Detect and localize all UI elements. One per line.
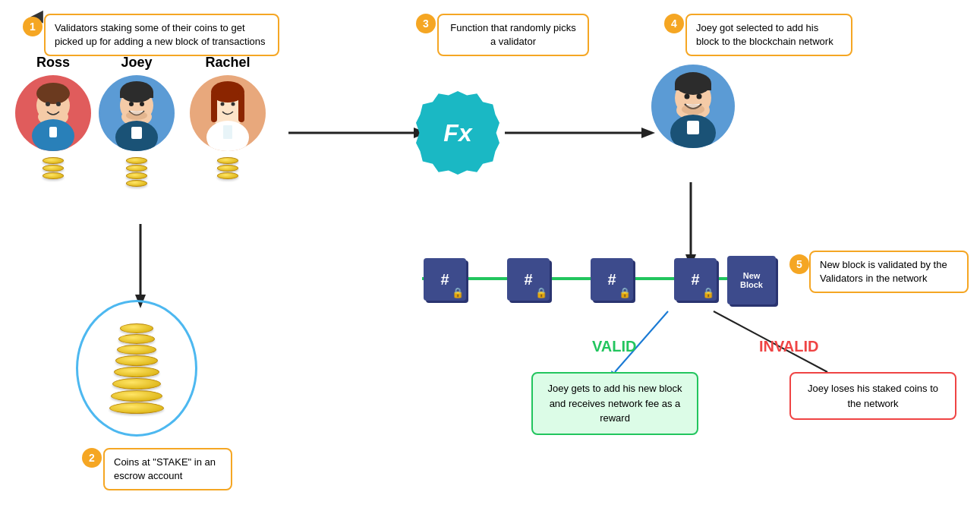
ross-avatar — [15, 75, 91, 151]
new-block: New Block — [727, 256, 776, 304]
rachel-avatar-container: Rachel — [190, 55, 266, 179]
step-1-badge: 1 — [23, 17, 43, 36]
svg-rect-35 — [211, 92, 217, 122]
step-4-badge: 4 — [664, 14, 684, 33]
svg-rect-40 — [223, 125, 232, 139]
rachel-coins — [217, 157, 238, 179]
valid-outcome-box: Joey gets to add his new block and recei… — [531, 372, 698, 435]
rachel-avatar — [190, 75, 266, 151]
joey-avatar — [99, 75, 175, 151]
block-2: # 🔒 — [507, 258, 550, 301]
svg-point-16 — [36, 83, 70, 104]
joey-coins — [126, 157, 147, 187]
svg-point-17 — [46, 102, 50, 106]
step-3-badge: 3 — [416, 14, 436, 33]
ross-avatar-container: Ross — [15, 55, 91, 179]
selected-joey-avatar — [651, 65, 735, 148]
svg-point-28 — [126, 111, 147, 120]
fx-badge: Fx — [416, 91, 499, 175]
block-4: # 🔒 — [674, 258, 717, 301]
step-4-callout: Joey got selected to add his block to th… — [685, 14, 852, 56]
ross-coins — [43, 157, 64, 179]
staked-coins-circle — [76, 300, 197, 437]
invalid-label: INVALID — [759, 338, 819, 355]
block-3: # 🔒 — [591, 258, 633, 301]
staked-coins-stack — [109, 323, 164, 414]
block-1: # 🔒 — [424, 258, 466, 301]
joey-avatar-container: Joey — [99, 55, 175, 187]
step-5-badge: 5 — [789, 254, 809, 274]
svg-rect-30 — [131, 127, 142, 139]
rachel-label: Rachel — [205, 55, 250, 71]
svg-rect-20 — [49, 127, 57, 137]
main-canvas: 1 Validators staking some of their coins… — [0, 0, 980, 514]
svg-rect-36 — [238, 92, 244, 122]
svg-point-37 — [221, 102, 225, 106]
svg-rect-25 — [120, 92, 153, 98]
step-5-callout: New block is validated by the Validators… — [809, 251, 969, 293]
svg-point-38 — [232, 102, 235, 106]
valid-label: VALID — [592, 338, 637, 355]
svg-point-47 — [697, 94, 702, 99]
step-2-callout: Coins at "STAKE" in an escrow account — [103, 448, 232, 490]
step-1-callout: Validators staking some of their coins t… — [44, 14, 279, 56]
svg-point-46 — [685, 94, 690, 99]
svg-point-27 — [140, 102, 144, 106]
joey-label: Joey — [121, 55, 152, 71]
step-2-badge: 2 — [82, 448, 102, 468]
selected-joey-avatar-container — [651, 65, 735, 148]
svg-point-48 — [682, 104, 704, 115]
svg-rect-45 — [675, 84, 711, 90]
svg-point-18 — [56, 102, 61, 106]
svg-point-26 — [129, 102, 134, 106]
step-3-callout: Function that randomly picks a validator — [437, 14, 589, 56]
ross-label: Ross — [36, 55, 70, 71]
svg-rect-50 — [687, 121, 699, 134]
invalid-outcome-box: Joey loses his staked coins to the netwo… — [789, 372, 956, 420]
